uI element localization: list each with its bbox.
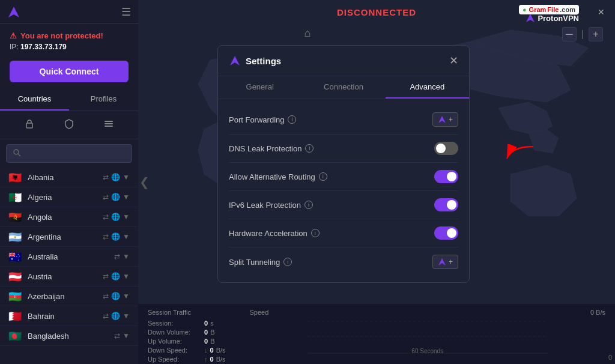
dns-leak-toggle[interactable]	[434, 142, 458, 155]
tab-connection[interactable]: Connection	[301, 76, 385, 99]
ipv6-leak-info-icon[interactable]: i	[304, 201, 313, 209]
setting-split-tunneling: Split Tunneling i +	[229, 247, 458, 276]
settings-modal: Settings ✕ General Connection Advanced P…	[217, 45, 470, 283]
modal-content: Port Forwarding i + DNS Leak Protection …	[218, 99, 469, 282]
svg-marker-11	[230, 56, 240, 65]
ipv6-leak-label: IPv6 Leak Protection i	[229, 201, 313, 210]
setting-hw-acceleration: Hardware Acceleration i	[229, 219, 458, 247]
setting-port-forwarding: Port Forwarding i +	[229, 105, 458, 135]
alt-routing-toggle[interactable]	[434, 170, 458, 183]
hw-acceleration-toggle[interactable]	[434, 226, 458, 240]
setting-ipv6-leak: IPv6 Leak Protection i	[229, 191, 458, 219]
svg-marker-12	[438, 116, 446, 123]
dns-leak-info-icon[interactable]: i	[305, 144, 314, 153]
split-tunneling-label: Split Tunneling i	[229, 258, 292, 267]
hw-acceleration-info-icon[interactable]: i	[311, 229, 320, 237]
port-forwarding-label: Port Forwarding i	[229, 115, 296, 124]
setting-dns-leak: DNS Leak Protection i	[229, 135, 458, 163]
toggle-knob	[447, 172, 456, 181]
modal-tabs: General Connection Advanced	[218, 76, 469, 99]
ipv6-leak-toggle[interactable]	[434, 198, 458, 211]
toggle-knob	[447, 228, 456, 238]
alt-routing-label: Allow Alternative Routing i	[229, 172, 327, 181]
modal-header: Settings ✕	[218, 46, 469, 76]
alt-routing-info-icon[interactable]: i	[319, 172, 327, 181]
setting-alt-routing: Allow Alternative Routing i	[229, 163, 458, 191]
modal-title: Settings	[246, 56, 449, 66]
split-tunneling-info-icon[interactable]: i	[283, 258, 292, 266]
modal-logo-icon	[229, 55, 241, 67]
toggle-knob	[436, 144, 446, 153]
toggle-knob	[447, 200, 456, 210]
port-forwarding-toggle[interactable]: +	[432, 112, 458, 127]
tab-advanced[interactable]: Advanced	[386, 76, 469, 99]
port-forwarding-info-icon[interactable]: i	[288, 115, 296, 124]
modal-overlay: Settings ✕ General Connection Advanced P…	[0, 0, 615, 364]
port-forwarding-toggle-label: +	[449, 115, 453, 124]
red-arrow-svg	[501, 144, 537, 168]
split-tunneling-toggle[interactable]: +	[432, 255, 458, 269]
proton-toggle-icon-2	[438, 258, 446, 266]
proton-toggle-icon	[438, 115, 446, 124]
svg-marker-13	[438, 258, 446, 265]
arrow-annotation	[501, 144, 537, 171]
modal-close-button[interactable]: ✕	[449, 54, 458, 67]
hw-acceleration-label: Hardware Acceleration i	[229, 229, 320, 238]
split-tunneling-toggle-label: +	[449, 258, 453, 266]
tab-general[interactable]: General	[218, 76, 301, 99]
dns-leak-label: DNS Leak Protection i	[229, 144, 314, 153]
